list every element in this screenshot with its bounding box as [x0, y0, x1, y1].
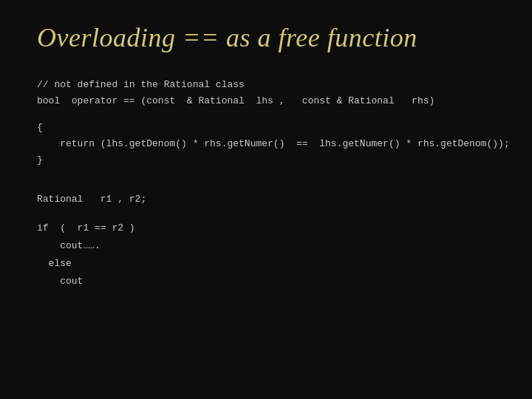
code-section: // not defined in the Rational class boo… [37, 77, 495, 168]
code-close-brace: } [37, 152, 495, 168]
if-statement: if ( r1 == r2 ) [37, 219, 495, 237]
code-open-brace: { [37, 120, 495, 136]
cout-2: cout [37, 273, 495, 290]
code-signature: bool operator == (const & Rational lhs ,… [37, 93, 495, 109]
cout-1: cout……. [37, 237, 495, 255]
else-statement: else [37, 255, 495, 273]
code-comment: // not defined in the Rational class [37, 77, 495, 93]
rational-decl: Rational r1 , r2; [37, 191, 495, 208]
bottom-code-section: Rational r1 , r2; if ( r1 == r2 ) cout……… [37, 191, 495, 290]
slide: Overloading == as a free function // not… [0, 0, 532, 399]
slide-title: Overloading == as a free function [37, 22, 495, 53]
code-return: return (lhs.getDenom() * rhs.getNumer() … [37, 136, 495, 152]
